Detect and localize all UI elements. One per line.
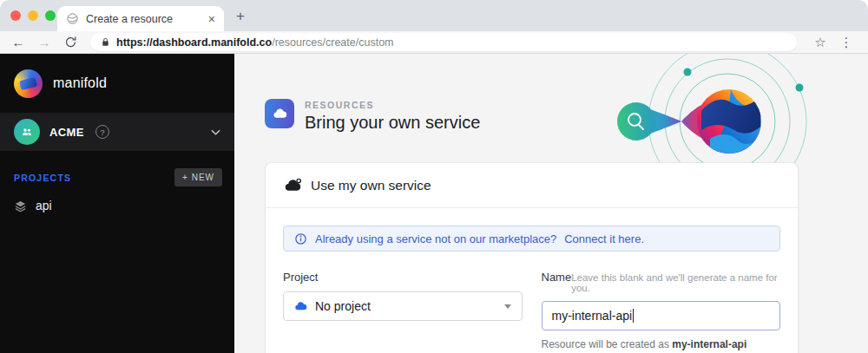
project-name: api — [36, 199, 52, 212]
name-hint: Leave this blank and we'll generate a na… — [571, 272, 780, 293]
create-resource-card: Use my own service Already using a servi… — [265, 162, 799, 353]
name-input-value: my-internal-api — [552, 309, 633, 323]
custom-cloud-icon — [285, 178, 302, 193]
name-field: Name Leave this blank and we'll generate… — [542, 271, 781, 350]
name-label: Name — [542, 271, 572, 284]
helper-prefix: Resource will be created as — [542, 338, 673, 350]
bookmark-star-icon[interactable]: ☆ — [809, 35, 832, 50]
address-bar[interactable]: https://dashboard.manifold.co/resources/… — [90, 33, 797, 51]
project-select-value: No project — [315, 299, 496, 313]
window-controls — [10, 10, 56, 21]
page-header: RESOURCES Bring your own service — [265, 99, 480, 133]
team-avatar — [14, 119, 40, 145]
browser-tab[interactable]: Create a resource × — [57, 6, 224, 31]
close-window-button[interactable] — [10, 10, 21, 21]
tab-title: Create a resource — [86, 13, 201, 25]
url-path: /resources/create/custom — [272, 36, 393, 49]
helper-resource-name: my-internal-api — [672, 338, 746, 350]
lock-icon[interactable] — [101, 37, 110, 47]
info-icon — [294, 232, 307, 245]
breadcrumb: RESOURCES — [305, 100, 480, 110]
browser-window: Create a resource × + ← → https://dashbo… — [0, 0, 868, 353]
people-icon — [20, 125, 34, 139]
project-select[interactable]: No project — [283, 291, 523, 321]
connect-link[interactable]: Connect it here. — [564, 232, 644, 245]
stack-icon — [14, 199, 27, 212]
card-header: Use my own service — [266, 163, 798, 208]
team-name: ACME — [49, 126, 84, 139]
url-text: https://dashboard.manifold.co/resources/… — [116, 36, 394, 49]
page-title: Bring your own service — [305, 113, 480, 133]
projects-label: PROJECTS — [14, 173, 71, 183]
tab-favicon-icon — [66, 12, 79, 25]
project-field: Project No project — [283, 271, 523, 350]
forward-button[interactable]: → — [33, 35, 56, 49]
brand-row[interactable]: manifold — [0, 54, 234, 113]
cloud-icon — [294, 300, 307, 313]
sidebar-item-api[interactable]: api — [0, 186, 234, 212]
main-panel: RESOURCES Bring your own service Use my … — [234, 54, 868, 353]
zoom-window-button[interactable] — [45, 10, 56, 21]
projects-section-header: PROJECTS + NEW — [0, 168, 234, 186]
name-helper: Resource will be created as my-internal-… — [542, 338, 781, 350]
team-switcher[interactable]: ACME ? — [0, 113, 234, 151]
banner-text: Already using a service not on our marke… — [315, 232, 556, 245]
card-title: Use my own service — [311, 178, 431, 193]
reload-button[interactable] — [59, 36, 82, 49]
brand-name: manifold — [53, 75, 107, 91]
chevron-down-icon — [211, 129, 220, 135]
new-tab-button[interactable]: + — [236, 8, 245, 25]
browser-menu-icon[interactable]: ⋮ — [835, 35, 858, 50]
help-icon[interactable]: ? — [95, 125, 109, 139]
cloud-resource-icon — [265, 99, 294, 128]
new-project-button[interactable]: + NEW — [174, 168, 222, 186]
name-input[interactable]: my-internal-api — [542, 301, 781, 330]
manifold-logo-icon — [14, 69, 43, 98]
back-button[interactable]: ← — [7, 35, 30, 49]
project-label: Project — [283, 271, 318, 284]
minimize-window-button[interactable] — [28, 10, 38, 21]
info-banner: Already using a service not on our marke… — [283, 226, 780, 252]
text-cursor — [633, 309, 634, 323]
sidebar: manifold ACME ? PROJECTS + NEW — [0, 54, 234, 353]
select-caret-icon — [504, 304, 511, 309]
url-domain: https://dashboard.manifold.co — [116, 36, 272, 49]
search-icon — [628, 114, 643, 129]
tab-strip: Create a resource × + — [0, 0, 868, 31]
browser-toolbar: ← → https://dashboard.manifold.co/resour… — [0, 31, 868, 54]
tab-close-icon[interactable]: × — [208, 13, 215, 25]
